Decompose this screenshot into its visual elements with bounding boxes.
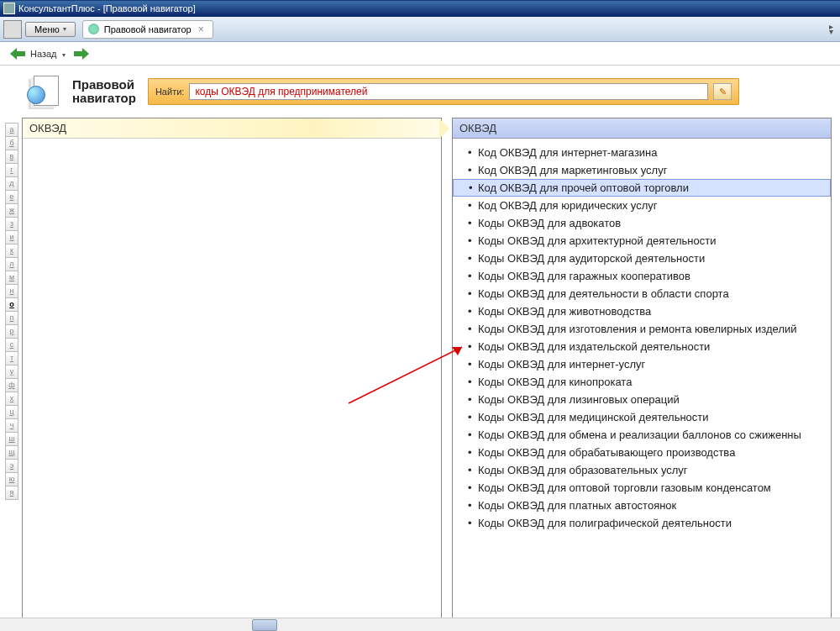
globe-icon (88, 24, 99, 34)
alpha-letter[interactable]: щ (5, 445, 18, 460)
back-label[interactable]: Назад (30, 49, 57, 59)
right-panel: ОКВЭД Код ОКВЭД для интернет-магазинаКод… (452, 118, 832, 631)
alpha-letter[interactable]: м (5, 271, 18, 285)
alpha-letter[interactable]: г (5, 163, 18, 177)
alpha-letter[interactable]: и (5, 230, 18, 245)
left-panel-header: ОКВЭД (23, 118, 441, 139)
alpha-letter[interactable]: ю (5, 472, 18, 486)
list-item[interactable]: Коды ОКВЭД для полиграфической деятельно… (453, 514, 831, 532)
list-item[interactable]: Коды ОКВЭД для лизинговых операций (453, 391, 831, 408)
list-item[interactable]: Код ОКВЭД для маркетинговых услуг (453, 161, 831, 179)
left-panel: ОКВЭД (22, 118, 442, 631)
list-item[interactable]: Код ОКВЭД для прочей оптовой торговли (453, 179, 831, 197)
svg-marker-1 (74, 48, 89, 60)
alpha-letter[interactable]: е (5, 190, 18, 204)
tab-navigator[interactable]: Правовой навигатор × (82, 20, 213, 39)
alpha-letter[interactable]: к (5, 244, 18, 258)
list-item[interactable]: Коды ОКВЭД для медицинской деятельности (453, 408, 831, 426)
panels: абвгдежзиклмнопрстуфхцчшщэюя ОКВЭД ОКВЭД… (0, 118, 840, 631)
alpha-letter[interactable]: о (5, 297, 18, 312)
window-title: КонсультантПлюс - [Правовой навигатор] (18, 3, 196, 13)
list-item[interactable]: Коды ОКВЭД для гаражных кооперативов (453, 267, 831, 285)
app-icon (3, 3, 15, 14)
list-item[interactable]: Коды ОКВЭД для кинопроката (453, 373, 831, 391)
alpha-letter[interactable]: ш (5, 432, 18, 446)
alpha-letter[interactable]: ж (5, 203, 18, 218)
list-item[interactable]: Коды ОКВЭД для аудиторской деятельности (453, 250, 831, 267)
app-menu-icon[interactable] (3, 20, 22, 39)
alpha-letter[interactable]: ч (5, 418, 18, 433)
list-item[interactable]: Коды ОКВЭД для архитектурной деятельност… (453, 232, 831, 250)
search-bar: Найти: ✎ (148, 78, 739, 105)
alpha-letter[interactable]: а (5, 123, 18, 137)
alpha-letter[interactable]: р (5, 324, 18, 339)
alpha-letter[interactable]: з (5, 217, 18, 231)
alpha-letter[interactable]: я (5, 486, 18, 500)
list-item[interactable]: Коды ОКВЭД для изготовления и ремонта юв… (453, 320, 831, 338)
page-title: Правовой навигатор (72, 78, 136, 106)
list-item[interactable]: Коды ОКВЭД для адвокатов (453, 214, 831, 232)
alpha-letter[interactable]: д (5, 176, 18, 191)
list-item[interactable]: Коды ОКВЭД для животноводства (453, 302, 831, 320)
list-item[interactable]: Коды ОКВЭД для платных автостоянок (453, 497, 831, 514)
tab-label: Правовой навигатор (104, 24, 192, 34)
menu-button[interactable]: Меню (25, 22, 76, 37)
list-item[interactable]: Коды ОКВЭД для деятельности в области сп… (453, 285, 831, 302)
alpha-letter[interactable]: в (5, 150, 18, 164)
alpha-letter[interactable]: х (5, 392, 18, 406)
alpha-letter[interactable]: т (5, 351, 18, 365)
result-list[interactable]: Код ОКВЭД для интернет-магазинаКод ОКВЭД… (453, 139, 831, 630)
forward-arrow-icon[interactable] (74, 48, 89, 60)
back-arrow-icon[interactable] (10, 48, 25, 60)
list-item[interactable]: Коды ОКВЭД для обрабатывающего производс… (453, 444, 831, 461)
list-item[interactable]: Коды ОКВЭД для интернет-услуг (453, 355, 831, 373)
alpha-letter[interactable]: п (5, 311, 18, 325)
menubar: Меню Правовой навигатор × ▸▾ (0, 17, 840, 42)
alpha-letter[interactable]: у (5, 365, 18, 379)
list-item[interactable]: Коды ОКВЭД для издательской деятельности (453, 338, 831, 355)
search-label: Найти: (155, 87, 184, 97)
alpha-letter[interactable]: с (5, 338, 18, 352)
list-item[interactable]: Код ОКВЭД для интернет-магазина (453, 144, 831, 161)
alpha-letter[interactable]: н (5, 284, 18, 298)
search-input[interactable] (189, 83, 708, 100)
svg-marker-0 (10, 48, 25, 60)
alpha-index: абвгдежзиклмнопрстуфхцчшщэюя (5, 118, 20, 631)
alpha-letter[interactable]: э (5, 459, 18, 473)
alpha-letter[interactable]: ф (5, 378, 18, 392)
page-header: Правовой навигатор Найти: ✎ (0, 66, 840, 118)
list-item[interactable]: Коды ОКВЭД для образовательных услуг (453, 461, 831, 479)
right-panel-header: ОКВЭД (453, 118, 831, 139)
alpha-letter[interactable]: ц (5, 405, 18, 419)
close-icon[interactable]: × (197, 24, 206, 35)
list-item[interactable]: Коды ОКВЭД для оптовой торговли газовым … (453, 479, 831, 497)
horizontal-scrollbar[interactable] (0, 618, 840, 631)
list-item[interactable]: Коды ОКВЭД для обмена и реализации балло… (453, 426, 831, 444)
window-titlebar: КонсультантПлюс - [Правовой навигатор] (0, 0, 840, 17)
back-dropdown[interactable] (62, 49, 66, 59)
content-area: Правовой навигатор Найти: ✎ абвгдежзиклм… (0, 66, 840, 631)
nav-toolbar: Назад (0, 42, 840, 66)
search-clear-button[interactable]: ✎ (713, 83, 732, 100)
alpha-letter[interactable]: б (5, 136, 18, 150)
toolbar-overflow-icon[interactable]: ▸▾ (829, 24, 833, 34)
alpha-letter[interactable]: л (5, 257, 18, 271)
navigator-icon (25, 74, 60, 109)
list-item[interactable]: Код ОКВЭД для юридических услуг (453, 197, 831, 214)
